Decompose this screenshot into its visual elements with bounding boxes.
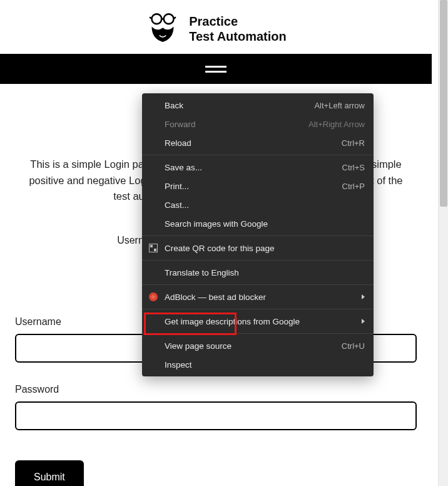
ctx-forward-label: Forward bbox=[165, 120, 308, 129]
ctx-cast[interactable]: Cast... bbox=[142, 195, 374, 214]
ctx-reload[interactable]: Reload Ctrl+R bbox=[142, 133, 374, 152]
ctx-separator bbox=[142, 155, 374, 155]
ctx-search-images[interactable]: Search images with Google bbox=[142, 214, 374, 233]
submit-button[interactable]: Submit bbox=[15, 460, 84, 486]
ctx-imgdesc-label: Get image descriptions from Google bbox=[165, 317, 362, 326]
password-label: Password bbox=[15, 384, 417, 395]
ctx-separator bbox=[142, 333, 374, 334]
svg-line-4 bbox=[174, 18, 176, 19]
ctx-reload-accel: Ctrl+R bbox=[342, 138, 365, 148]
ctx-view-source[interactable]: View page source Ctrl+U bbox=[142, 336, 374, 355]
ctx-separator bbox=[142, 309, 374, 309]
ctx-save-accel: Ctrl+S bbox=[342, 163, 365, 172]
site-header: Practice Test Automation bbox=[0, 0, 432, 54]
ctx-translate[interactable]: Translate to English bbox=[142, 263, 374, 282]
ctx-inspect[interactable]: Inspect bbox=[142, 355, 374, 374]
vertical-scrollbar[interactable] bbox=[438, 0, 448, 486]
ctx-search-images-label: Search images with Google bbox=[165, 219, 365, 229]
scrollbar-thumb[interactable] bbox=[440, 0, 447, 207]
ctx-print[interactable]: Print... Ctrl+P bbox=[142, 177, 374, 195]
ctx-create-qr[interactable]: Create QR code for this page bbox=[142, 239, 374, 257]
ctx-source-accel: Ctrl+U bbox=[342, 341, 365, 351]
ctx-cast-label: Cast... bbox=[165, 200, 365, 210]
ctx-print-accel: Ctrl+P bbox=[342, 182, 365, 191]
navbar bbox=[0, 54, 432, 84]
password-input[interactable] bbox=[15, 401, 417, 430]
ctx-save-label: Save as... bbox=[165, 163, 342, 172]
hamburger-menu-button[interactable] bbox=[205, 66, 227, 73]
ctx-print-label: Print... bbox=[165, 182, 342, 191]
ctx-separator bbox=[142, 260, 374, 261]
chevron-right-icon bbox=[362, 294, 365, 299]
ctx-reload-label: Reload bbox=[165, 138, 342, 148]
adblock-icon bbox=[148, 292, 158, 302]
ctx-inspect-label: Inspect bbox=[165, 360, 365, 370]
ctx-separator bbox=[142, 235, 374, 236]
svg-point-1 bbox=[164, 14, 174, 24]
qr-icon bbox=[148, 243, 158, 253]
ctx-forward-accel: Alt+Right Arrow bbox=[308, 120, 365, 129]
ctx-separator bbox=[142, 284, 374, 285]
ctx-save-as[interactable]: Save as... Ctrl+S bbox=[142, 158, 374, 177]
ctx-qr-label: Create QR code for this page bbox=[165, 244, 365, 253]
ctx-source-label: View page source bbox=[165, 341, 342, 351]
ctx-forward: Forward Alt+Right Arrow bbox=[142, 115, 374, 133]
ctx-back-label: Back bbox=[165, 101, 314, 110]
ctx-adblock-label: AdBlock — best ad blocker bbox=[165, 292, 362, 302]
browser-context-menu: Back Alt+Left arrow Forward Alt+Right Ar… bbox=[142, 93, 374, 376]
svg-point-0 bbox=[152, 14, 162, 24]
brand-name: Practice Test Automation bbox=[189, 14, 287, 44]
logo-icon bbox=[145, 11, 180, 46]
ctx-adblock[interactable]: AdBlock — best ad blocker bbox=[142, 287, 374, 306]
svg-line-3 bbox=[150, 18, 152, 19]
ctx-back-accel: Alt+Left arrow bbox=[314, 101, 365, 110]
ctx-translate-label: Translate to English bbox=[165, 268, 365, 277]
chevron-right-icon bbox=[362, 319, 365, 324]
brand-line1: Practice bbox=[189, 14, 287, 29]
brand-line2: Test Automation bbox=[189, 29, 287, 44]
ctx-image-descriptions[interactable]: Get image descriptions from Google bbox=[142, 312, 374, 331]
ctx-back[interactable]: Back Alt+Left arrow bbox=[142, 96, 374, 115]
